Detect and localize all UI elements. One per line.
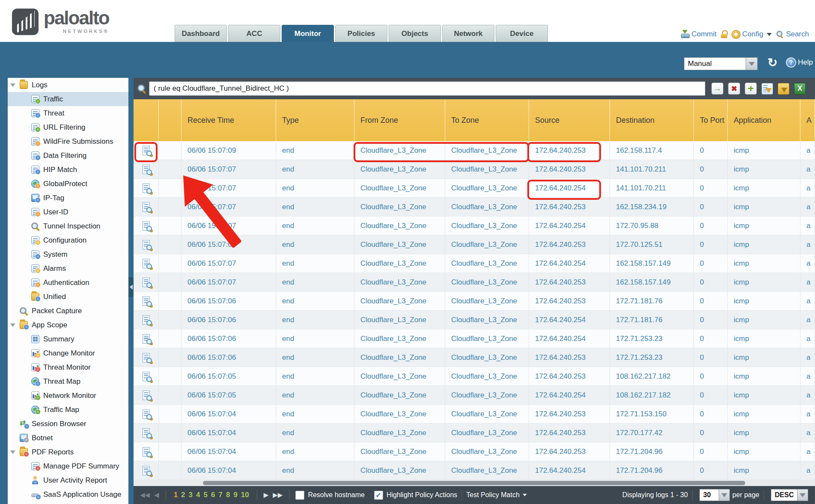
expander-icon[interactable] [10,83,15,87]
cell-source[interactable]: 172.64.240.253 [529,198,610,216]
column-header-from-zone[interactable]: From Zone [354,99,445,141]
cell-application[interactable]: icmp [728,160,800,179]
sidebar-item-system[interactable]: System [8,247,128,261]
cell-source[interactable]: 172.64.240.253 [529,141,610,160]
sidebar-item-traffic[interactable]: Traffic [8,92,128,106]
cell-from-zone[interactable]: Cloudflare_L3_Zone [354,273,445,292]
cell-receive-time[interactable]: 06/06 15:07:07 [181,254,276,273]
cell-receive-time[interactable]: 06/06 15:07:05 [181,367,276,386]
add-filter-icon[interactable]: + [745,83,757,95]
cell-receive-time[interactable]: 06/06 15:07:04 [181,461,276,480]
log-detail-icon[interactable] [143,278,150,287]
log-detail-icon[interactable] [143,165,150,174]
config-menu-button[interactable]: Config [732,30,772,39]
sidebar-item-url-filtering[interactable]: URL Filtering [8,120,128,134]
cell-destination[interactable]: 172.71.153.150 [610,405,694,424]
log-detail-cell[interactable] [134,311,159,329]
cell-to-zone[interactable]: Cloudflare_L3_Zone [445,367,529,386]
commit-button[interactable]: Commit [681,30,717,39]
clear-filter-icon[interactable]: ✖ [728,83,740,95]
log-detail-cell[interactable] [134,160,159,179]
page-number-1[interactable]: 1 [174,491,178,499]
refresh-mode-dropdown-button[interactable] [746,57,758,70]
lock-icon[interactable] [721,30,728,38]
cell-application[interactable]: icmp [728,386,800,405]
cell-from-zone[interactable]: Cloudflare_L3_Zone [354,235,445,254]
page-number-7[interactable]: 7 [218,491,222,499]
log-detail-icon[interactable] [143,221,150,231]
cell-to-port[interactable]: 0 [694,235,728,254]
sidebar-item-packet-capture[interactable]: Packet Capture [8,304,128,318]
cell-receive-time[interactable]: 06/06 15:07:05 [181,386,276,405]
cell-application[interactable]: icmp [728,461,800,480]
cell-action[interactable]: a [800,216,815,235]
sidebar-item-summary[interactable]: Summary [8,332,128,346]
cell-receive-time[interactable]: 06/06 15:07:04 [181,442,276,461]
cell-source[interactable]: 172.64.240.253 [529,348,610,367]
cell-from-zone[interactable]: Cloudflare_L3_Zone [354,424,445,442]
cell-action[interactable]: a [800,141,815,160]
column-header-type[interactable]: Type [276,99,354,141]
cell-action[interactable]: a [800,329,815,348]
cell-from-zone[interactable]: Cloudflare_L3_Zone [354,254,445,273]
cell-application[interactable]: icmp [728,254,800,273]
cell-to-port[interactable]: 0 [694,254,728,273]
resolve-hostname-checkbox[interactable] [295,491,304,500]
cell-action[interactable]: a [800,461,815,480]
cell-application[interactable]: icmp [728,405,800,424]
cell-from-zone[interactable]: Cloudflare_L3_Zone [354,461,445,480]
expander-icon[interactable] [10,323,15,327]
cell-type[interactable]: end [276,179,354,198]
cell-application[interactable]: icmp [728,424,800,442]
column-header-blank[interactable] [159,99,181,141]
sidebar-item-ip-tag[interactable]: IP-Tag [8,191,128,205]
cell-from-zone[interactable]: Cloudflare_L3_Zone [354,329,445,348]
cell-action[interactable]: a [800,292,815,311]
cell-source[interactable]: 172.64.240.253 [529,160,610,179]
cell-to-port[interactable]: 0 [694,273,728,292]
page-number-10[interactable]: 10 [241,491,249,499]
sidebar-item-manage-pdf-summary[interactable]: Manage PDF Summary [8,459,128,473]
page-number-2[interactable]: 2 [181,491,185,499]
log-detail-cell[interactable] [134,198,159,216]
cell-to-port[interactable]: 0 [694,329,728,348]
column-header-to-zone[interactable]: To Zone [445,99,529,141]
log-detail-icon[interactable] [143,409,150,419]
cell-to-zone[interactable]: Cloudflare_L3_Zone [445,311,529,329]
cell-to-zone[interactable]: Cloudflare_L3_Zone [445,235,529,254]
sidebar-item-alarms[interactable]: Alarms [8,261,128,276]
cell-action[interactable]: a [800,442,815,461]
cell-type[interactable]: end [276,367,354,386]
column-header-detail[interactable] [134,99,159,141]
cell-receive-time[interactable]: 06/06 15:07:06 [181,292,276,311]
cell-type[interactable]: end [276,198,354,216]
cell-from-zone[interactable]: Cloudflare_L3_Zone [354,405,445,424]
column-header-action[interactable]: A [800,99,815,141]
tab-device[interactable]: Device [496,25,548,42]
page-number-9[interactable]: 9 [233,491,237,499]
log-detail-cell[interactable] [134,254,159,273]
cell-to-zone[interactable]: Cloudflare_L3_Zone [445,405,529,424]
cell-application[interactable]: icmp [728,367,800,386]
tab-dashboard[interactable]: Dashboard [175,25,227,42]
log-detail-icon[interactable] [143,184,150,193]
cell-to-zone[interactable]: Cloudflare_L3_Zone [445,442,529,461]
refresh-icon[interactable]: ↻ [767,56,777,69]
help-label[interactable]: Help [798,58,813,67]
cell-receive-time[interactable]: 06/06 15:07:07 [181,273,276,292]
filter-builder-icon[interactable] [761,83,773,95]
log-detail-icon[interactable] [143,372,150,381]
cell-destination[interactable]: 172.70.95.88 [610,216,694,235]
cell-to-port[interactable]: 0 [694,216,728,235]
sidebar-item-configuration[interactable]: Configuration [8,233,128,247]
log-detail-icon[interactable] [143,353,150,362]
per-page-dropdown-button[interactable] [719,489,730,501]
cell-source[interactable]: 172.64.240.254 [529,311,610,329]
help-icon[interactable]: ? [786,57,796,68]
cell-source[interactable]: 172.64.240.254 [529,386,610,405]
cell-to-zone[interactable]: Cloudflare_L3_Zone [445,329,529,348]
tab-acc[interactable]: ACC [228,25,280,42]
cell-from-zone[interactable]: Cloudflare_L3_Zone [354,348,445,367]
cell-to-port[interactable]: 0 [694,160,728,179]
cell-to-port[interactable]: 0 [694,292,728,311]
